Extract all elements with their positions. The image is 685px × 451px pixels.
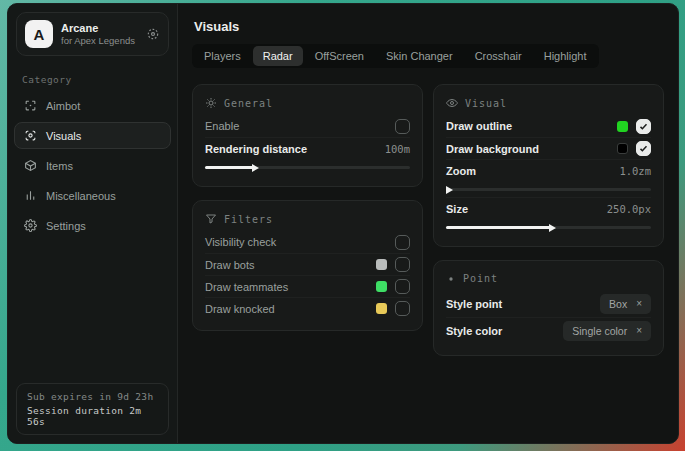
- category-label: Category: [22, 74, 163, 85]
- general-icon: [205, 97, 217, 109]
- clear-icon[interactable]: ×: [636, 299, 642, 309]
- draw-knocked-label: Draw knocked: [205, 303, 368, 315]
- zoom-value: 1.0zm: [619, 165, 651, 177]
- visibility-check-label: Visibility check: [205, 236, 387, 248]
- sidebar-item-settings[interactable]: Settings: [14, 212, 171, 239]
- point-card-header: Point: [446, 270, 651, 290]
- general-card: General Enable Rendering distance 100m: [192, 84, 423, 187]
- size-slider[interactable]: [446, 226, 651, 229]
- zoom-row: Zoom 1.0zm: [446, 159, 651, 181]
- draw-background-checkbox[interactable]: [636, 141, 651, 156]
- tab-players[interactable]: Players: [194, 46, 251, 66]
- filter-icon: [205, 213, 217, 225]
- filters-header-label: Filters: [224, 214, 273, 225]
- draw-teammates-color-swatch[interactable]: [376, 281, 387, 292]
- eye-scan-icon: [23, 129, 37, 142]
- enable-label: Enable: [205, 120, 387, 132]
- visuals-tabbar: Players Radar OffScreen Skin Changer Cro…: [192, 44, 599, 68]
- app-subtitle: for Apex Legends: [61, 35, 138, 46]
- visual-card: Visual Draw outline Draw background: [433, 84, 664, 247]
- rendering-distance-label: Rendering distance: [205, 143, 377, 155]
- zoom-label: Zoom: [446, 165, 611, 177]
- style-point-select[interactable]: Box ×: [600, 294, 651, 314]
- point-header-label: Point: [463, 273, 498, 284]
- visual-card-header: Visual: [446, 94, 651, 115]
- main-panel: Visuals Players Radar OffScreen Skin Cha…: [178, 4, 678, 443]
- draw-outline-color-swatch[interactable]: [617, 121, 628, 132]
- sidebar-item-label: Miscellaneous: [46, 190, 116, 202]
- sidebar-item-label: Items: [46, 160, 73, 172]
- tab-offscreen[interactable]: OffScreen: [305, 46, 374, 66]
- draw-outline-row: Draw outline: [446, 115, 651, 137]
- slider-thumb[interactable]: [252, 164, 259, 172]
- style-point-selected-value: Box: [609, 298, 627, 310]
- general-header-label: General: [224, 98, 273, 109]
- app-title: Arcane: [61, 22, 138, 34]
- box-icon: [23, 159, 37, 172]
- draw-bots-color-swatch[interactable]: [376, 259, 387, 270]
- sidebar-item-items[interactable]: Items: [14, 152, 171, 179]
- zoom-slider[interactable]: [446, 188, 651, 191]
- draw-teammates-label: Draw teammates: [205, 281, 368, 293]
- tab-radar[interactable]: Radar: [253, 46, 303, 66]
- draw-outline-checkbox[interactable]: [636, 119, 651, 134]
- visual-header-label: Visual: [465, 98, 507, 109]
- draw-bots-row: Draw bots: [205, 253, 410, 275]
- app-titles: Arcane for Apex Legends: [61, 22, 138, 46]
- sidebar-item-label: Settings: [46, 220, 86, 232]
- app-header-card: A Arcane for Apex Legends: [16, 12, 169, 56]
- app-window: A Arcane for Apex Legends Category: [7, 3, 679, 444]
- slider-thumb[interactable]: [549, 224, 556, 232]
- draw-background-label: Draw background: [446, 143, 609, 155]
- right-column: Visual Draw outline Draw background: [433, 84, 664, 356]
- gear-icon: [23, 219, 37, 232]
- stream-proof-icon[interactable]: [146, 27, 160, 41]
- left-column: General Enable Rendering distance 100m: [192, 84, 423, 331]
- style-point-label: Style point: [446, 298, 592, 310]
- style-color-label: Style color: [446, 325, 555, 337]
- draw-bots-checkbox[interactable]: [395, 257, 410, 272]
- tab-skin-changer[interactable]: Skin Changer: [376, 46, 463, 66]
- style-color-select[interactable]: Single color ×: [563, 321, 651, 341]
- clear-icon[interactable]: ×: [636, 326, 642, 336]
- draw-knocked-color-swatch[interactable]: [376, 303, 387, 314]
- crosshair-icon: [23, 99, 37, 112]
- page-title: Visuals: [178, 4, 678, 44]
- sidebar-item-label: Aimbot: [46, 100, 80, 112]
- size-label: Size: [446, 203, 599, 215]
- filters-card: Filters Visibility check Draw bots Draw …: [192, 200, 423, 331]
- visibility-check-row: Visibility check: [205, 231, 410, 253]
- sidebar-item-visuals[interactable]: Visuals: [14, 122, 171, 149]
- sidebar-item-aimbot[interactable]: Aimbot: [14, 92, 171, 119]
- slider-fill: [205, 166, 252, 169]
- slider-fill: [446, 226, 549, 229]
- draw-knocked-checkbox[interactable]: [395, 301, 410, 316]
- tab-crosshair[interactable]: Crosshair: [465, 46, 532, 66]
- session-info-card: Sub expires in 9d 23h Session duration 2…: [16, 383, 169, 435]
- draw-knocked-row: Draw knocked: [205, 297, 410, 319]
- app-logo: A: [25, 20, 53, 48]
- enable-checkbox[interactable]: [395, 119, 410, 134]
- style-point-row: Style point Box ×: [446, 290, 651, 317]
- sidebar-item-miscellaneous[interactable]: Miscellaneous: [14, 182, 171, 209]
- sub-expires-text: Sub expires in 9d 23h: [27, 391, 158, 402]
- tab-content: General Enable Rendering distance 100m: [178, 68, 678, 372]
- size-value: 250.0px: [607, 203, 651, 215]
- slider-thumb[interactable]: [446, 186, 453, 194]
- draw-teammates-checkbox[interactable]: [395, 279, 410, 294]
- visibility-check-checkbox[interactable]: [395, 235, 410, 250]
- general-card-header: General: [205, 94, 410, 115]
- rendering-distance-slider[interactable]: [205, 166, 410, 169]
- point-icon: [446, 274, 456, 284]
- draw-background-color-swatch[interactable]: [617, 143, 628, 154]
- style-color-row: Style color Single color ×: [446, 317, 651, 344]
- draw-background-row: Draw background: [446, 137, 651, 159]
- filters-card-header: Filters: [205, 210, 410, 231]
- sidebar-nav: Aimbot Visuals Items: [8, 92, 177, 239]
- rendering-distance-row: Rendering distance 100m: [205, 137, 410, 159]
- tab-highlight[interactable]: Highlight: [534, 46, 597, 66]
- draw-teammates-row: Draw teammates: [205, 275, 410, 297]
- draw-bots-label: Draw bots: [205, 259, 368, 271]
- sidebar: A Arcane for Apex Legends Category: [8, 4, 178, 443]
- point-card: Point Style point Box × Style color Sing…: [433, 260, 664, 356]
